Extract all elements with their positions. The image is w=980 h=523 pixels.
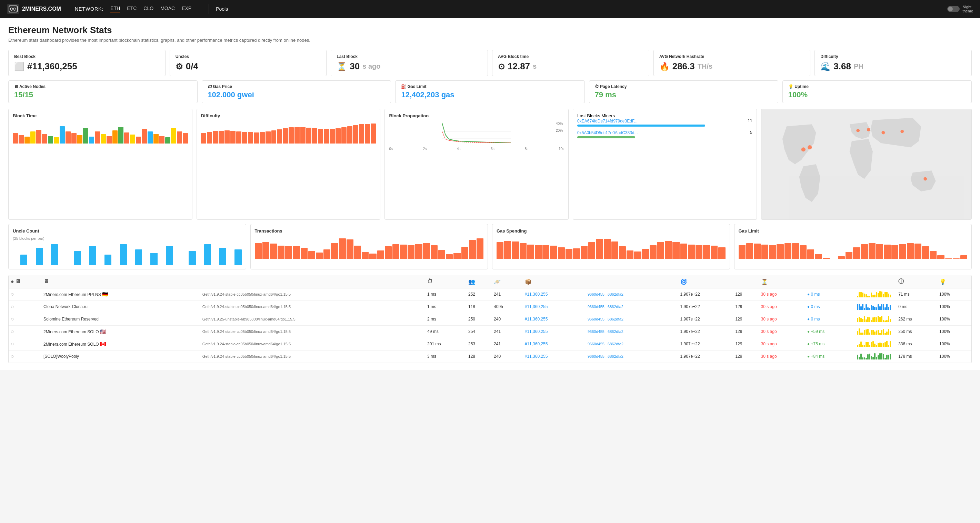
node-flag: 🇨🇦 bbox=[100, 341, 106, 347]
bar bbox=[512, 241, 519, 258]
map-svg bbox=[761, 109, 971, 219]
gas-spending-title: Gas Spending bbox=[496, 228, 725, 234]
bar bbox=[318, 129, 323, 144]
bar bbox=[48, 136, 53, 144]
spark-bar bbox=[872, 306, 874, 310]
night-theme-toggle[interactable]: Night theme bbox=[947, 5, 973, 13]
logo[interactable]: ⬡⬡ 2MINERS.COM bbox=[7, 4, 61, 14]
bar bbox=[415, 244, 422, 259]
node-pending: 240 bbox=[492, 350, 523, 363]
stat-uptime: 💡 Uptime 100% bbox=[783, 80, 972, 103]
spark-bar bbox=[885, 308, 886, 310]
node-uptime: 100% bbox=[937, 350, 971, 363]
node-uptime-latency: 0 ms bbox=[896, 300, 937, 313]
node-name: Clona Network-Clona.ru bbox=[41, 300, 200, 313]
spark-bar bbox=[879, 291, 881, 297]
difficulty-unit: PH bbox=[854, 62, 864, 70]
bar bbox=[207, 132, 212, 144]
bar bbox=[453, 253, 460, 258]
bar bbox=[316, 252, 323, 258]
nav-exp[interactable]: EXP bbox=[182, 6, 191, 13]
node-difficulty: 1.907e+22 bbox=[678, 313, 733, 325]
toggle-switch[interactable] bbox=[947, 6, 960, 12]
node-flag: 🇺🇸 bbox=[100, 329, 106, 334]
spark-bar bbox=[872, 295, 874, 297]
node-difficulty: 1.907e+22 bbox=[678, 350, 733, 363]
spark-bar bbox=[886, 341, 888, 347]
nav-clo[interactable]: CLO bbox=[143, 6, 153, 13]
node-block-hash: 9660d455...6862dfa2 bbox=[585, 350, 678, 363]
node-block: #11,360,255 bbox=[523, 325, 585, 338]
node-block-hash: 9660d455...6862dfa2 bbox=[585, 313, 678, 325]
spark-bar bbox=[867, 342, 869, 347]
bar bbox=[431, 245, 438, 259]
node-name-text: 2Miners.com Ethereum SOLO bbox=[43, 342, 99, 347]
node-latency: 3 ms bbox=[425, 350, 466, 363]
bar bbox=[953, 258, 960, 259]
node-name: Solomine Ethereum Reserved bbox=[41, 313, 200, 325]
bar bbox=[308, 251, 315, 259]
bar bbox=[248, 132, 253, 144]
mini-bar-chart bbox=[857, 315, 891, 322]
bar bbox=[846, 252, 853, 258]
nav-pools[interactable]: Pools bbox=[216, 6, 228, 12]
miner-address[interactable]: 0xEA674fdDe714fd979de3EdF... bbox=[577, 119, 638, 123]
block-time-title: Block Time bbox=[13, 113, 188, 118]
node-table-body: ○ 2Miners.com Ethereum PPLNS 🇩🇪 Geth/v1.… bbox=[9, 288, 971, 363]
gas-limit-value: 12,402,203 gas bbox=[401, 90, 579, 99]
bar bbox=[438, 250, 445, 259]
bar bbox=[24, 137, 30, 144]
gas-price-value: 102.000 gwei bbox=[208, 90, 385, 99]
node-client: Geth/v1.9.24-stable-cc05b050/linux-amd64… bbox=[200, 350, 425, 363]
stat-gas-limit: ⛽ Gas Limit 12,402,203 gas bbox=[395, 80, 584, 103]
th-latency: ⏱ bbox=[425, 275, 466, 289]
bar bbox=[101, 134, 106, 144]
bar bbox=[95, 131, 100, 144]
spark-bar bbox=[859, 317, 860, 322]
nav-eth[interactable]: ETH bbox=[110, 6, 120, 13]
svg-point-9 bbox=[881, 131, 885, 134]
node-name-text: [SOLO]WoolyPooly bbox=[43, 354, 79, 359]
bar bbox=[324, 129, 329, 144]
node-name-text: Solomine Ethereum Reserved bbox=[43, 317, 99, 322]
spark-bar bbox=[864, 330, 865, 335]
table-row: ○ Clona Network-Clona.ru Geth/v1.9.24-st… bbox=[9, 300, 971, 313]
spark-bar bbox=[860, 306, 862, 310]
bar bbox=[124, 132, 129, 144]
bar bbox=[838, 256, 845, 259]
bar bbox=[54, 137, 59, 144]
bar bbox=[581, 246, 588, 259]
bar bbox=[230, 131, 235, 144]
bar bbox=[550, 246, 557, 259]
spark-bar bbox=[879, 343, 881, 347]
bar bbox=[566, 249, 573, 259]
nav-etc[interactable]: ETC bbox=[127, 6, 137, 13]
spark-bar bbox=[869, 354, 870, 359]
spark-bar bbox=[869, 333, 870, 335]
node-last-block: 30 s ago bbox=[759, 325, 805, 338]
bar bbox=[242, 132, 247, 144]
stat-avg-block-time: AVG Block time ⊙ 12.87 s bbox=[492, 50, 649, 76]
miner-address[interactable]: 0x5A0b54D5dc17e0AadC383d... bbox=[577, 131, 638, 135]
bar bbox=[51, 244, 58, 265]
bar bbox=[542, 245, 549, 259]
bar bbox=[159, 136, 164, 144]
stat-gas-price: 🏷 Gas Price 102.000 gwei bbox=[202, 80, 391, 103]
svg-point-5 bbox=[801, 147, 805, 151]
stat-last-block: Last Block ⏳ 30 s ago bbox=[331, 50, 488, 76]
bar bbox=[74, 251, 81, 265]
th-uptime: 💡 bbox=[937, 275, 971, 289]
bar bbox=[627, 250, 633, 259]
bar bbox=[112, 131, 118, 144]
nav-moac[interactable]: MOAC bbox=[160, 6, 175, 13]
last-blocks-miners: Last Blocks Miners 11 0xEA674fdDe714fd97… bbox=[573, 108, 757, 220]
gas-spending-bars bbox=[496, 236, 725, 259]
spark-bar bbox=[878, 304, 879, 310]
block-propagation-chart: Block Propagation 40% 20% 0s2s4s6s8s10s bbox=[385, 108, 569, 220]
bar bbox=[573, 249, 580, 258]
node-block: #11,360,255 bbox=[523, 338, 585, 350]
spark-bar bbox=[862, 304, 864, 309]
status-indicator: ○ bbox=[11, 328, 14, 334]
spark-bar bbox=[890, 331, 891, 335]
node-name-text: 2Miners.com Ethereum SOLO bbox=[43, 330, 99, 334]
